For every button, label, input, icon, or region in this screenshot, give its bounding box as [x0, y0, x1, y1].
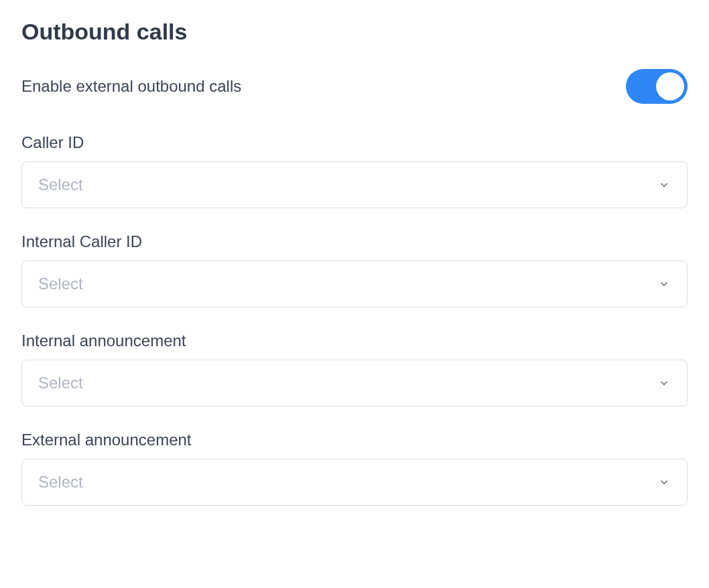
chevron-down-icon [657, 376, 671, 390]
chevron-down-icon [657, 178, 671, 192]
enable-outbound-toggle[interactable] [626, 69, 688, 104]
internal-announcement-group: Internal announcement Select [21, 332, 688, 407]
internal-caller-id-group: Internal Caller ID Select [21, 232, 688, 307]
internal-announcement-placeholder: Select [38, 374, 83, 392]
external-announcement-label: External announcement [21, 431, 688, 449]
internal-caller-id-placeholder: Select [38, 275, 83, 293]
internal-caller-id-label: Internal Caller ID [21, 232, 688, 251]
external-announcement-placeholder: Select [38, 473, 83, 492]
caller-id-select[interactable]: Select [21, 161, 688, 208]
external-announcement-group: External announcement Select [21, 431, 688, 506]
chevron-down-icon [657, 277, 671, 291]
external-announcement-select[interactable]: Select [21, 459, 688, 506]
toggle-knob [656, 72, 684, 100]
caller-id-placeholder: Select [38, 175, 83, 194]
internal-announcement-select[interactable]: Select [21, 360, 688, 407]
caller-id-label: Caller ID [21, 133, 688, 152]
enable-outbound-label: Enable external outbound calls [21, 77, 241, 96]
internal-caller-id-select[interactable]: Select [21, 261, 688, 307]
internal-announcement-label: Internal announcement [21, 332, 688, 350]
enable-outbound-row: Enable external outbound calls [21, 69, 688, 104]
caller-id-group: Caller ID Select [21, 133, 688, 208]
section-title: Outbound calls [21, 19, 688, 45]
chevron-down-icon [657, 475, 671, 489]
